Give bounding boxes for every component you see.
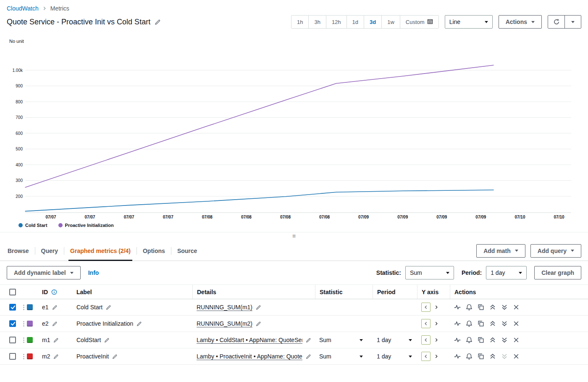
metric-details[interactable]: RUNNING_SUM(m2) xyxy=(197,320,252,327)
tab-source[interactable]: Source xyxy=(171,241,203,261)
calendar-icon xyxy=(427,18,433,26)
refresh-options-button[interactable] xyxy=(564,16,581,28)
edit-label-icon[interactable] xyxy=(106,305,111,310)
edit-details-icon[interactable] xyxy=(256,305,261,310)
tab-graphed-metrics[interactable]: Graphed metrics (2/4) xyxy=(64,241,136,261)
alarm-bell-icon[interactable] xyxy=(466,304,472,311)
drag-handle[interactable] xyxy=(22,332,27,348)
move-up-icon[interactable] xyxy=(489,337,496,343)
add-query-button[interactable]: Add query xyxy=(530,244,581,258)
pulse-icon[interactable] xyxy=(454,353,461,360)
period-select[interactable]: 1 day xyxy=(486,266,527,279)
remove-metric-icon[interactable] xyxy=(513,337,520,343)
move-down-icon[interactable] xyxy=(501,353,508,360)
row-period-select[interactable]: 1 day xyxy=(377,337,412,343)
select-all-checkbox[interactable] xyxy=(9,289,16,295)
drag-handle[interactable] xyxy=(22,316,27,332)
y-axis-left-toggle[interactable] xyxy=(421,303,430,312)
move-up-icon[interactable] xyxy=(489,320,496,327)
move-up-icon[interactable] xyxy=(489,304,496,311)
statistic-select[interactable]: Sum xyxy=(405,266,454,279)
edit-id-icon[interactable] xyxy=(52,321,58,327)
row-select-checkbox[interactable] xyxy=(9,320,16,327)
add-dynamic-label-button[interactable]: Add dynamic label xyxy=(7,266,81,279)
edit-id-icon[interactable] xyxy=(53,354,59,359)
y-axis-right-toggle[interactable] xyxy=(434,337,439,342)
id-info-icon[interactable] xyxy=(51,289,57,295)
panel-resize-handle[interactable]: = xyxy=(0,232,588,241)
duplicate-icon[interactable] xyxy=(478,337,484,343)
svg-text:500: 500 xyxy=(16,147,23,151)
time-range-3h[interactable]: 3h xyxy=(308,16,326,28)
edit-details-icon[interactable] xyxy=(306,337,311,343)
legend-item[interactable]: Cold Start xyxy=(18,223,47,228)
breadcrumb-cloudwatch-link[interactable]: CloudWatch xyxy=(7,5,39,12)
breadcrumb: CloudWatch Metrics xyxy=(0,0,588,13)
refresh-button[interactable] xyxy=(548,16,564,28)
col-actions: Actions xyxy=(454,289,476,295)
time-range-1h[interactable]: 1h xyxy=(291,16,308,28)
y-axis-left-toggle[interactable] xyxy=(421,352,430,361)
clear-graph-button[interactable]: Clear graph xyxy=(534,266,581,279)
duplicate-icon[interactable] xyxy=(478,320,484,327)
y-axis-left-toggle[interactable] xyxy=(421,319,430,328)
drag-handle[interactable] xyxy=(22,299,27,315)
move-down-icon[interactable] xyxy=(501,337,508,343)
duplicate-icon[interactable] xyxy=(478,353,484,360)
y-axis-right-toggle[interactable] xyxy=(434,305,439,310)
metric-details[interactable]: Lamby • ColdStart • AppName: QuoteSer xyxy=(197,337,302,344)
y-axis-right-toggle[interactable] xyxy=(434,354,439,359)
chart-type-select[interactable]: Line xyxy=(445,15,493,29)
move-down-icon[interactable] xyxy=(501,320,508,327)
time-range-1w[interactable]: 1w xyxy=(381,16,400,28)
tab-options[interactable]: Options xyxy=(137,241,171,261)
table-row-e1: e1 Cold Start RUNNING_SUM(m1) xyxy=(0,299,588,316)
remove-metric-icon[interactable] xyxy=(513,320,520,327)
remove-metric-icon[interactable] xyxy=(513,353,520,360)
table-row-e2: e2 Proactive Initialization RUNNING_SUM(… xyxy=(0,316,588,332)
svg-text:1.00k: 1.00k xyxy=(13,68,23,73)
pulse-icon[interactable] xyxy=(454,337,461,343)
alarm-bell-icon[interactable] xyxy=(466,320,472,327)
legend-item[interactable]: Proactive Initialization xyxy=(58,223,114,228)
alarm-bell-icon[interactable] xyxy=(466,337,472,343)
row-period-select[interactable]: 1 day xyxy=(377,353,412,360)
duplicate-icon[interactable] xyxy=(478,304,484,311)
add-math-button[interactable]: Add math xyxy=(476,244,525,258)
time-range-1d[interactable]: 1d xyxy=(346,16,364,28)
row-select-checkbox[interactable] xyxy=(9,353,16,360)
actions-button[interactable]: Actions xyxy=(499,15,542,29)
row-select-checkbox[interactable] xyxy=(9,337,16,343)
remove-metric-icon[interactable] xyxy=(513,304,520,311)
col-details: Details xyxy=(197,289,216,295)
time-range-3d[interactable]: 3d xyxy=(364,16,381,28)
y-axis-right-toggle[interactable] xyxy=(434,321,439,326)
edit-details-icon[interactable] xyxy=(256,321,261,327)
row-statistic-select[interactable]: Sum xyxy=(319,337,363,343)
pulse-icon[interactable] xyxy=(454,304,461,311)
metric-details[interactable]: Lamby • ProactiveInit • AppName: QuoteS xyxy=(197,353,302,360)
row-select-checkbox[interactable] xyxy=(9,304,16,311)
info-link[interactable]: Info xyxy=(88,269,99,276)
edit-title-icon[interactable] xyxy=(155,19,161,25)
tab-query[interactable]: Query xyxy=(35,241,64,261)
pulse-icon[interactable] xyxy=(454,320,461,327)
legend-label: Cold Start xyxy=(25,223,47,228)
edit-label-icon[interactable] xyxy=(136,321,142,327)
drag-handle[interactable] xyxy=(22,348,27,364)
tab-browse[interactable]: Browse xyxy=(7,241,35,261)
edit-label-icon[interactable] xyxy=(112,354,118,359)
edit-label-icon[interactable] xyxy=(104,337,110,343)
edit-id-icon[interactable] xyxy=(52,305,58,310)
edit-id-icon[interactable] xyxy=(53,337,59,343)
row-statistic-select[interactable]: Sum xyxy=(319,353,363,360)
alarm-bell-icon[interactable] xyxy=(466,353,472,360)
move-down-icon[interactable] xyxy=(501,304,508,311)
y-axis-left-toggle[interactable] xyxy=(421,335,430,345)
metrics-chart[interactable]: No unit1.00k90080070060050040030020007/0… xyxy=(0,32,588,232)
edit-details-icon[interactable] xyxy=(306,354,311,359)
time-range-custom[interactable]: Custom xyxy=(400,16,438,28)
time-range-12h[interactable]: 12h xyxy=(326,16,346,28)
move-up-icon[interactable] xyxy=(489,353,496,360)
metric-details[interactable]: RUNNING_SUM(m1) xyxy=(197,304,252,311)
